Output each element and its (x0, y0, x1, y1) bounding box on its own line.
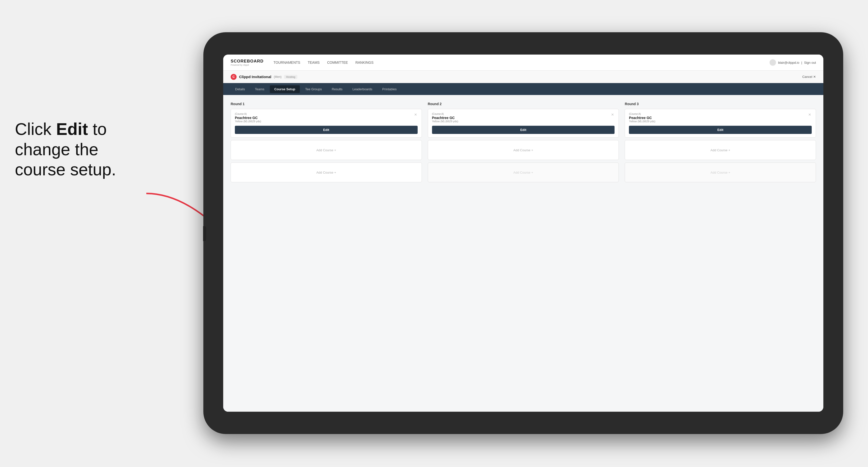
round-1-add-course-1[interactable]: Add Course + (230, 140, 422, 160)
rounds-grid: Round 1 ✕ (Course A) Peachtree GC Yellow… (230, 102, 816, 185)
tournament-name: Clippd Invitational (239, 75, 271, 79)
round-3-add-course-text-1: Add Course + (711, 148, 731, 152)
tablet-side-bump (203, 226, 206, 241)
annotation-text: Click Edit to change the course setup. (15, 119, 116, 180)
tablet-screen: SCOREBOARD Powered by clippd TOURNAMENTS… (223, 55, 824, 412)
round-2-course-name: Peachtree GC (432, 116, 615, 120)
round-1-add-course-2[interactable]: Add Course + (230, 162, 422, 182)
tournament-logo-icon: C (230, 74, 237, 80)
nav-separator: | (801, 61, 802, 64)
round-1-course-details: Yellow (M) (6629 yds) (235, 120, 417, 123)
round-3-add-course-1[interactable]: Add Course + (625, 140, 816, 160)
tournament-banner: C Clippd Invitational (Men) Hosting Canc… (223, 71, 824, 83)
round-2-add-course-2: Add Course + (428, 162, 619, 182)
round-3-add-course-text-2: Add Course + (711, 170, 731, 174)
tab-leaderboards[interactable]: Leaderboards (348, 85, 377, 93)
round-1-course-label: (Course A) (235, 113, 417, 115)
nav-rankings[interactable]: RANKINGS (355, 61, 373, 64)
round-2-course-label: (Course A) (432, 113, 615, 115)
round-1-add-course-text-2: Add Course + (316, 170, 336, 174)
tab-details[interactable]: Details (230, 85, 249, 93)
round-2-delete-icon[interactable]: ✕ (610, 112, 615, 117)
round-2-edit-button[interactable]: Edit (432, 126, 615, 134)
round-3-add-course-2: Add Course + (625, 162, 816, 182)
round-1-column: Round 1 ✕ (Course A) Peachtree GC Yellow… (230, 102, 422, 185)
nav-right: blair@clippd.io | Sign out (770, 59, 816, 66)
round-2-title: Round 2 (428, 102, 619, 106)
tab-teams[interactable]: Teams (250, 85, 269, 93)
main-content: Round 1 ✕ (Course A) Peachtree GC Yellow… (223, 95, 824, 412)
tournament-info: C Clippd Invitational (Men) Hosting (230, 74, 297, 80)
round-3-course-details: Yellow (M) (6629 yds) (629, 120, 812, 123)
round-2-course-card: ✕ (Course A) Peachtree GC Yellow (M) (66… (428, 109, 619, 138)
nav-committee[interactable]: COMMITTEE (327, 61, 348, 64)
round-3-edit-button[interactable]: Edit (629, 126, 812, 134)
tab-bar: Details Teams Course Setup Tee Groups Re… (223, 83, 824, 95)
tournament-gender: (Men) (274, 75, 281, 79)
user-email: blair@clippd.io (778, 61, 799, 64)
round-1-title: Round 1 (230, 102, 422, 106)
scoreboard-logo: SCOREBOARD Powered by clippd (230, 59, 264, 66)
round-1-delete-icon[interactable]: ✕ (413, 112, 418, 117)
round-2-add-course-text-2: Add Course + (514, 170, 533, 174)
nav-tournaments[interactable]: TOURNAMENTS (274, 61, 300, 64)
hosting-badge: Hosting (284, 75, 297, 79)
round-3-title: Round 3 (625, 102, 816, 106)
user-avatar (770, 59, 776, 66)
round-3-course-label: (Course A) (629, 113, 812, 115)
cancel-button[interactable]: Cancel ✕ (802, 75, 816, 79)
round-1-course-card: ✕ (Course A) Peachtree GC Yellow (M) (66… (230, 109, 422, 138)
tab-results[interactable]: Results (328, 85, 347, 93)
round-3-course-name: Peachtree GC (629, 116, 812, 120)
round-2-add-course-1[interactable]: Add Course + (428, 140, 619, 160)
powered-by: Powered by clippd (230, 64, 264, 66)
round-2-course-details: Yellow (M) (6629 yds) (432, 120, 615, 123)
nav-teams[interactable]: TEAMS (308, 61, 320, 64)
round-3-course-card: ✕ (Course A) Peachtree GC Yellow (M) (66… (625, 109, 816, 138)
round-2-column: Round 2 ✕ (Course A) Peachtree GC Yellow… (428, 102, 619, 185)
tab-course-setup[interactable]: Course Setup (270, 85, 300, 93)
tab-tee-groups[interactable]: Tee Groups (301, 85, 327, 93)
round-1-add-course-text-1: Add Course + (316, 148, 336, 152)
sign-out-link[interactable]: Sign out (804, 61, 816, 64)
tab-printables[interactable]: Printables (378, 85, 401, 93)
round-1-course-name: Peachtree GC (235, 116, 417, 120)
round-3-column: Round 3 ✕ (Course A) Peachtree GC Yellow… (625, 102, 816, 185)
round-2-add-course-text-1: Add Course + (514, 148, 533, 152)
tablet-shell: SCOREBOARD Powered by clippd TOURNAMENTS… (204, 32, 843, 434)
top-nav: SCOREBOARD Powered by clippd TOURNAMENTS… (223, 55, 824, 71)
nav-links: TOURNAMENTS TEAMS COMMITTEE RANKINGS (274, 61, 770, 64)
round-1-edit-button[interactable]: Edit (235, 126, 417, 134)
round-3-delete-icon[interactable]: ✕ (807, 112, 812, 117)
logo-text: SCOREBOARD (230, 59, 264, 64)
